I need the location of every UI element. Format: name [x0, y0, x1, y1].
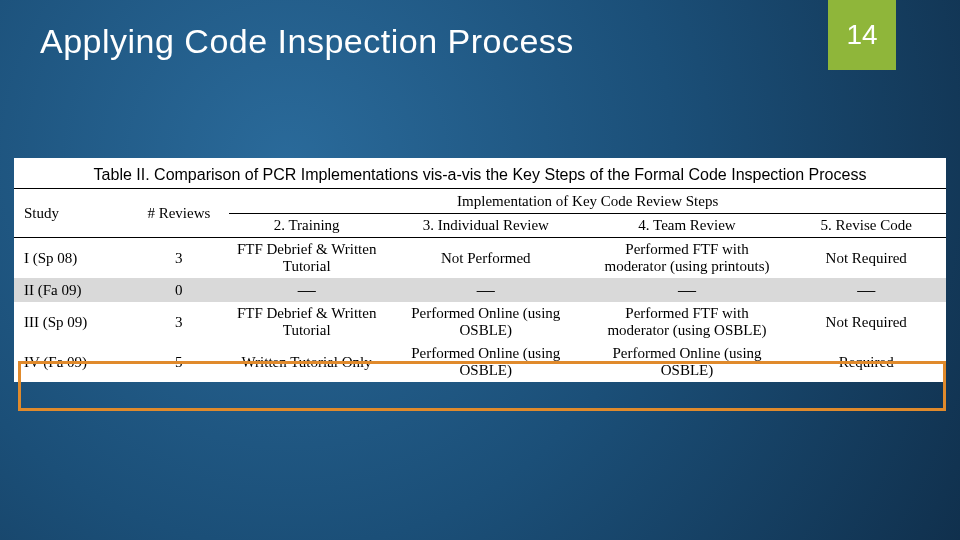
table-row: III (Sp 09) 3 FTF Debrief & Written Tuto… — [14, 302, 946, 342]
cell-training: Written Tutorial Only — [229, 342, 384, 382]
cell-reviews: 3 — [128, 238, 229, 279]
cell-individual: — — [384, 278, 588, 302]
cell-team: Performed Online (using OSBLE) — [588, 342, 787, 382]
cell-team: — — [588, 278, 787, 302]
cell-team: Performed FTF with moderator (using prin… — [588, 238, 787, 279]
cell-study: II (Fa 09) — [14, 278, 128, 302]
cell-study: III (Sp 09) — [14, 302, 128, 342]
cell-revise: Required — [786, 342, 946, 382]
cell-revise: Not Required — [786, 238, 946, 279]
table-caption: Table II. Comparison of PCR Implementati… — [14, 158, 946, 189]
cell-team: Performed FTF with moderator (using OSBL… — [588, 302, 787, 342]
cell-training: FTF Debrief & Written Tutorial — [229, 238, 384, 279]
header-study: Study — [14, 190, 128, 238]
cell-reviews: 3 — [128, 302, 229, 342]
header-revise: 5. Revise Code — [786, 214, 946, 238]
header-impl-group: Implementation of Key Code Review Steps — [229, 190, 946, 214]
header-training: 2. Training — [229, 214, 384, 238]
header-reviews: # Reviews — [128, 190, 229, 238]
table-row: I (Sp 08) 3 FTF Debrief & Written Tutori… — [14, 238, 946, 279]
header-individual: 3. Individual Review — [384, 214, 588, 238]
slide-title: Applying Code Inspection Process — [40, 22, 574, 61]
cell-individual: Not Performed — [384, 238, 588, 279]
table-header-group-row: Study # Reviews Implementation of Key Co… — [14, 190, 946, 214]
cell-training: — — [229, 278, 384, 302]
cell-reviews: 0 — [128, 278, 229, 302]
cell-revise: Not Required — [786, 302, 946, 342]
page-number-badge: 14 — [828, 0, 896, 70]
table-row-highlighted: IV (Fa 09) 5 Written Tutorial Only Perfo… — [14, 342, 946, 382]
header-team: 4. Team Review — [588, 214, 787, 238]
cell-revise: — — [786, 278, 946, 302]
comparison-table: Study # Reviews Implementation of Key Co… — [14, 189, 946, 382]
cell-individual: Performed Online (using OSBLE) — [384, 302, 588, 342]
cell-study: IV (Fa 09) — [14, 342, 128, 382]
table-container: Table II. Comparison of PCR Implementati… — [14, 158, 946, 382]
table-row: II (Fa 09) 0 — — — — — [14, 278, 946, 302]
cell-training: FTF Debrief & Written Tutorial — [229, 302, 384, 342]
cell-reviews: 5 — [128, 342, 229, 382]
cell-study: I (Sp 08) — [14, 238, 128, 279]
cell-individual: Performed Online (using OSBLE) — [384, 342, 588, 382]
